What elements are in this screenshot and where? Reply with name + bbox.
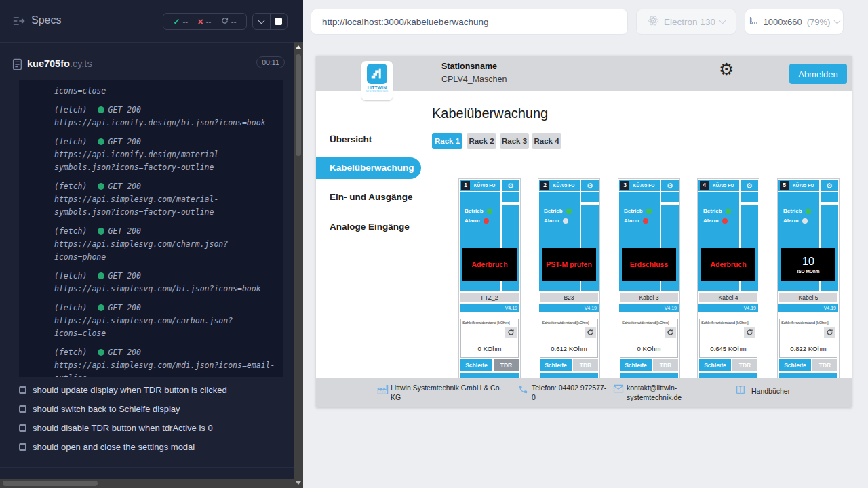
tab-rack-4[interactable]: Rack 4: [532, 133, 561, 149]
status-dot-icon: [98, 349, 104, 356]
device-side-panel: [581, 192, 599, 202]
gear-icon: ⚙: [507, 182, 514, 190]
scroll-down-icon[interactable]: [296, 481, 301, 485]
url-input[interactable]: [311, 9, 628, 35]
device-number: 3: [620, 181, 629, 190]
alarm-led: [563, 218, 568, 224]
firmware-version: V4.19: [460, 304, 519, 312]
refresh-button[interactable]: [665, 327, 676, 338]
settings-gear-icon[interactable]: ⚙: [719, 61, 734, 78]
refresh-button[interactable]: [744, 327, 755, 338]
tdr-button[interactable]: TDR: [494, 359, 519, 371]
device-card-1: KÜ705-FO 1 ⚙ Betrieb Alarm Aderbruch FTZ…: [458, 178, 521, 378]
tdr-button[interactable]: TDR: [653, 359, 678, 371]
tab-rack-2[interactable]: Rack 2: [467, 133, 496, 149]
measurement-box: Schleifenwiderstand [kOhm] 0 KOhm: [620, 319, 678, 358]
log-entry[interactable]: (fetch)GET 200https://api.simplesvg.com/…: [54, 180, 277, 219]
horizontal-scrollbar[interactable]: [0, 479, 294, 488]
schleife-button[interactable]: Schleife: [540, 359, 572, 371]
test-item[interactable]: should disable TDR button when tdrActive…: [19, 423, 227, 433]
schleife-button[interactable]: Schleife: [620, 359, 652, 371]
log-url-continuation[interactable]: icons=close: [54, 85, 277, 98]
device-number: 1: [461, 181, 470, 190]
logout-button[interactable]: Abmelden: [789, 64, 847, 84]
tdr-button[interactable]: TDR: [812, 359, 837, 371]
scrollbar-thumb[interactable]: [3, 481, 98, 486]
spec-file-name[interactable]: kue705fo.cy.ts: [27, 58, 92, 69]
log-entry[interactable]: (fetch)GET 200https://api.iconify.design…: [54, 136, 277, 174]
card-settings-button[interactable]: ⚙: [502, 180, 519, 191]
log-entry[interactable]: (fetch)GET 200https://api.simplesvg.com/…: [54, 346, 277, 377]
book-icon: [735, 385, 746, 396]
tdr-button[interactable]: TDR: [573, 359, 598, 371]
card-settings-button[interactable]: ⚙: [821, 180, 838, 191]
refresh-button[interactable]: [824, 327, 835, 338]
station-name: CPLV4_Maschen: [441, 75, 507, 84]
command-log: icons=close (fetch)GET 200https://api.ic…: [19, 80, 283, 377]
vertical-scrollbar[interactable]: [294, 42, 303, 488]
specs-list-icon[interactable]: [12, 14, 26, 30]
divider: [0, 467, 294, 468]
spec-file-icon: [12, 58, 22, 73]
test-state-icon: [19, 405, 26, 413]
measurement-value: 0 KOhm: [461, 345, 518, 352]
scrollbar-thumb[interactable]: [296, 54, 301, 156]
log-entry[interactable]: (fetch)GET 200https://api.simplesvg.com/…: [54, 270, 277, 296]
company-logo: LITTWIN SYSTEMTECHNIK: [361, 61, 393, 100]
device-number: 4: [700, 181, 709, 190]
measurement-value: 0.645 KOhm: [700, 345, 757, 352]
viewport-select[interactable]: 1000x660 (79%): [745, 9, 844, 35]
tab-rack-1[interactable]: Rack 1: [432, 133, 462, 149]
footer-manuals-link[interactable]: Handbücher: [751, 386, 790, 396]
sidebar-item-kabelueberwachung[interactable]: Kabelüberwachung: [316, 157, 421, 179]
viewport-zoom: (79%): [807, 17, 831, 27]
test-list: should update display when TDR button is…: [19, 385, 227, 461]
browser-select[interactable]: Electron 130: [636, 9, 736, 35]
specs-label: Specs: [31, 14, 61, 26]
stop-icon: [275, 18, 282, 25]
collapse-button[interactable]: [253, 14, 270, 29]
log-entry[interactable]: (fetch)GET 200https://api.simplesvg.com/…: [54, 302, 277, 340]
log-entry[interactable]: (fetch)GET 200https://api.iconify.design…: [54, 104, 277, 129]
alarm-label: Alarm: [783, 218, 799, 224]
measurement-box: Schleifenwiderstand [kOhm] 0.645 KOhm: [699, 319, 757, 358]
schleife-button[interactable]: Schleife: [699, 359, 731, 371]
sidebar-item-uebersicht[interactable]: Übersicht: [330, 134, 372, 144]
tab-rack-3[interactable]: Rack 3: [500, 133, 529, 149]
device-card-2: KÜ705-FO 2 ⚙ Betrieb Alarm PST-M prüfen …: [538, 178, 600, 378]
alarm-label: Alarm: [544, 218, 559, 224]
status-display: Aderbruch: [462, 248, 517, 281]
card-settings-button[interactable]: ⚙: [581, 180, 599, 191]
tdr-button[interactable]: TDR: [732, 359, 757, 371]
device-bottom-bar: [620, 373, 678, 378]
factory-icon: [377, 384, 389, 396]
test-item[interactable]: should open and close the settings modal: [19, 442, 227, 452]
alarm-label: Alarm: [465, 218, 480, 224]
schleife-button[interactable]: Schleife: [779, 359, 811, 371]
device-side-panel: [661, 192, 679, 202]
check-icon: ✓: [173, 17, 180, 26]
refresh-button[interactable]: [505, 327, 517, 338]
scroll-up-icon[interactable]: [296, 45, 301, 49]
measurement-label: Schleifenwiderstand [kOhm]: [620, 319, 677, 325]
card-settings-button[interactable]: ⚙: [661, 180, 679, 191]
betrieb-led: [726, 209, 731, 214]
stop-button[interactable]: [270, 14, 288, 29]
test-item[interactable]: should switch back to Schleife display: [19, 404, 227, 414]
betrieb-led: [646, 209, 652, 214]
status-dot-icon: [98, 228, 104, 235]
device-side-panel: [741, 192, 758, 202]
app-footer: Littwin Systemtechnik GmbH & Co. KG Tele…: [316, 378, 852, 407]
card-settings-button[interactable]: ⚙: [741, 180, 758, 191]
phone-icon: [518, 384, 528, 396]
spec-duration-badge: 00:11: [256, 56, 285, 68]
refresh-button[interactable]: [585, 327, 596, 338]
measurement-value: 0.822 KOhm: [780, 345, 837, 352]
firmware-version: V4.19: [619, 304, 679, 312]
schleife-button[interactable]: Schleife: [460, 359, 492, 371]
log-entry[interactable]: (fetch)GET 200https://api.simplesvg.com/…: [54, 225, 277, 264]
footer-email[interactable]: kontakt@littwin-systemtechnik.de: [627, 383, 703, 402]
test-item[interactable]: should update display when TDR button is…: [19, 385, 227, 395]
email-icon: [613, 384, 624, 394]
betrieb-led: [487, 209, 492, 214]
